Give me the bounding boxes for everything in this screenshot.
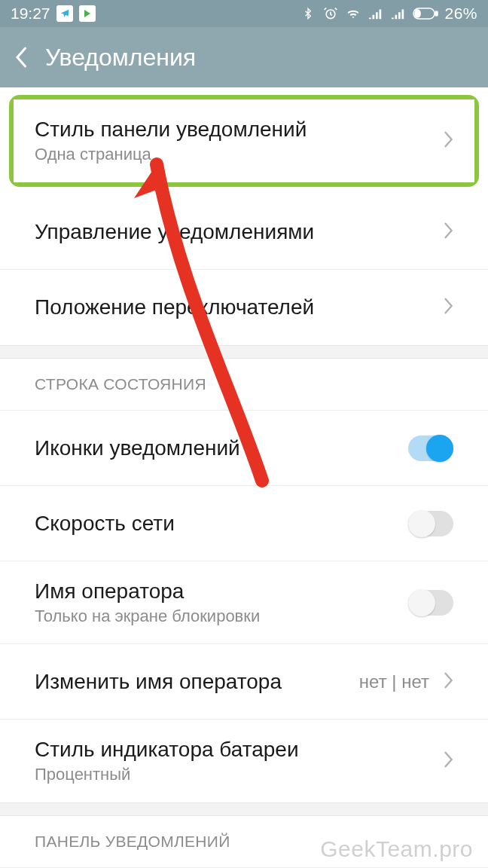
toggle-network-speed[interactable] (408, 511, 453, 536)
row-battery-indicator-style[interactable]: Стиль индикатора батареи Процентный (0, 720, 488, 802)
status-bar: 19:27 (0, 0, 488, 27)
row-network-speed[interactable]: Скорость сети (0, 486, 488, 561)
chevron-right-icon (443, 748, 453, 774)
row-title: Стиль панели уведомлений (35, 118, 443, 142)
toggle-carrier-name[interactable] (408, 590, 453, 616)
row-text: Иконки уведомлений (35, 436, 408, 460)
section-gap (0, 345, 488, 359)
row-text: Управление уведомлениями (35, 220, 443, 244)
row-text: Скорость сети (35, 512, 408, 536)
row-title: Управление уведомлениями (35, 220, 443, 244)
highlight-box: Стиль панели уведомлений Одна страница (9, 95, 479, 187)
row-sub: Одна страница (35, 145, 443, 164)
watermark: GeekTeam.pro (320, 836, 473, 862)
row-notification-panel-style[interactable]: Стиль панели уведомлений Одна страница (14, 99, 474, 182)
wifi-icon (345, 5, 361, 22)
header: Уведомления (0, 27, 488, 87)
row-title: Иконки уведомлений (35, 436, 408, 460)
row-sub: Только на экране блокировки (35, 607, 408, 626)
telegram-icon (56, 5, 73, 22)
row-text: Имя оператора Только на экране блокировк… (35, 579, 408, 626)
row-title: Скорость сети (35, 512, 408, 536)
row-text: Положение переключателей (35, 295, 443, 319)
chevron-right-icon (443, 669, 453, 695)
status-left: 19:27 (11, 5, 96, 23)
list-main: Управление уведомлениями Положение перек… (0, 194, 488, 345)
row-notification-icons[interactable]: Иконки уведомлений (0, 411, 488, 486)
row-title: Стиль индикатора батареи (35, 738, 443, 762)
row-title: Положение переключателей (35, 295, 443, 319)
chevron-right-icon (443, 295, 453, 320)
signal-icon-1 (368, 5, 384, 22)
signal-icon-2 (390, 5, 407, 22)
play-store-icon (79, 5, 96, 22)
row-title: Изменить имя оператора (35, 670, 359, 694)
section-header-status-bar: СТРОКА СОСТОЯНИЯ (0, 359, 488, 411)
row-text: Стиль панели уведомлений Одна страница (35, 118, 443, 164)
alarm-icon (322, 5, 339, 22)
toggle-notification-icons[interactable] (408, 436, 453, 461)
battery-percent: 26% (444, 5, 477, 23)
status-time: 19:27 (11, 5, 50, 23)
highlight-wrap: Стиль панели уведомлений Одна страница (0, 87, 488, 194)
svg-rect-3 (415, 10, 420, 17)
row-toggle-positions[interactable]: Положение переключателей (0, 270, 488, 345)
chevron-right-icon (443, 219, 453, 245)
row-sub: Процентный (35, 765, 443, 784)
row-carrier-name[interactable]: Имя оператора Только на экране блокировк… (0, 561, 488, 644)
list-status-bar: Иконки уведомлений Скорость сети Имя опе… (0, 411, 488, 802)
back-button[interactable] (14, 49, 30, 66)
row-title: Имя оператора (35, 579, 408, 604)
svg-rect-2 (435, 11, 438, 16)
section-gap (0, 802, 488, 816)
screen: 19:27 (0, 0, 488, 868)
row-text: Изменить имя оператора (35, 670, 359, 694)
row-value: нет | нет (359, 671, 429, 692)
battery-icon (413, 5, 438, 22)
row-change-carrier-name[interactable]: Изменить имя оператора нет | нет (0, 644, 488, 720)
chevron-right-icon (443, 128, 453, 154)
page-title: Уведомления (45, 44, 196, 72)
row-manage-notifications[interactable]: Управление уведомлениями (0, 194, 488, 270)
row-text: Стиль индикатора батареи Процентный (35, 738, 443, 784)
bluetooth-icon (300, 5, 316, 22)
status-right: 26% (300, 5, 477, 23)
